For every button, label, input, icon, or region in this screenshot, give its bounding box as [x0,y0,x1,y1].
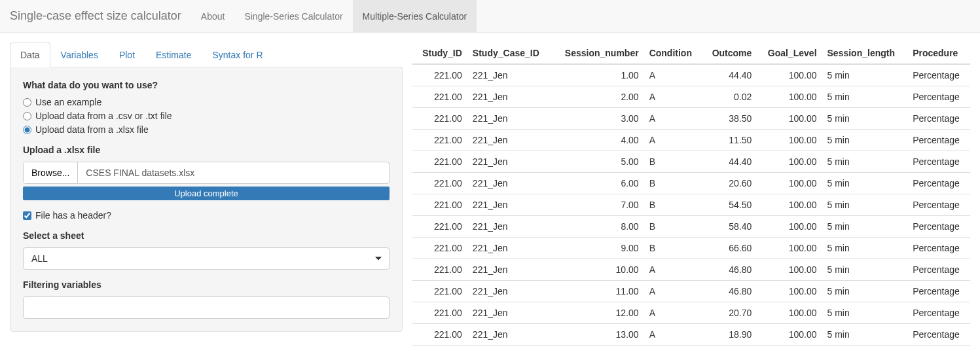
cell-session_number: 9.00 [552,238,644,259]
cell-study_case_id: 221_Jen [467,259,552,281]
left-panel: DataVariablesPlotEstimateSyntax for R Wh… [10,43,403,346]
radio-csv[interactable] [23,112,31,120]
cell-goal_level: 100.00 [757,173,822,194]
cell-session_length: 5 min [822,216,908,238]
cell-goal_level: 100.00 [757,86,822,108]
cell-session_number: 10.00 [552,259,644,281]
radio-label-csv[interactable]: Upload data from a .csv or .txt file [35,111,172,121]
cell-session_length: 5 min [822,194,908,216]
cell-session_number: 5.00 [552,151,644,173]
header-checkbox-label[interactable]: File has a header? [35,210,111,221]
filter-input[interactable] [23,296,390,319]
tab-variables[interactable]: Variables [50,43,109,67]
cell-outcome: 44.40 [702,151,757,173]
table-row: 221.00221_Jen1.00A44.40100.005 minPercen… [412,64,970,86]
tab-syntax-for-r[interactable]: Syntax for R [202,43,274,67]
sheet-select[interactable]: ALL [23,247,390,270]
header-checkbox[interactable] [23,211,31,220]
col-header-session_length[interactable]: Session_length [822,43,908,64]
filter-label: Filtering variables [23,279,390,290]
data-table: Study_IDStudy_Case_IDSession_numberCondi… [412,43,970,346]
table-row: 221.00221_Jen10.00A46.80100.005 minPerce… [412,259,970,281]
cell-session_length: 5 min [822,259,908,281]
cell-session_length: 5 min [822,151,908,173]
nav-item-single-series-calculator[interactable]: Single-Series Calculator [234,0,352,33]
radio-option-xlsx: Upload data from a .xlsx file [23,124,390,135]
table-row: 221.00221_Jen6.00B20.60100.005 minPercen… [412,173,970,194]
cell-study_id: 221.00 [412,238,467,259]
cell-procedure: Percentage [907,130,970,151]
cell-study_id: 221.00 [412,64,467,86]
col-header-procedure[interactable]: Procedure [907,43,970,64]
cell-goal_level: 100.00 [757,194,822,216]
cell-study_case_id: 221_Jen [467,281,552,302]
cell-goal_level: 100.00 [757,108,822,130]
cell-study_id: 221.00 [412,194,467,216]
cell-study_case_id: 221_Jen [467,302,552,324]
col-header-study_id[interactable]: Study_ID [412,43,467,64]
col-header-condition[interactable]: Condition [644,43,702,64]
cell-procedure: Percentage [907,64,970,86]
cell-outcome: 44.40 [702,64,757,86]
cell-study_id: 221.00 [412,216,467,238]
radio-label-xlsx[interactable]: Upload data from a .xlsx file [35,124,149,135]
cell-outcome: 66.60 [702,238,757,259]
cell-condition: B [644,151,702,173]
cell-study_case_id: 221_Jen [467,324,552,346]
radio-xlsx[interactable] [23,126,31,134]
cell-outcome: 46.80 [702,259,757,281]
cell-procedure: Percentage [907,173,970,194]
navbar: Single-case effect size calculator About… [0,0,980,33]
nav-item-about[interactable]: About [191,0,235,33]
cell-outcome: 18.90 [702,324,757,346]
cell-procedure: Percentage [907,86,970,108]
data-table-panel: Study_IDStudy_Case_IDSession_numberCondi… [412,43,970,346]
cell-study_id: 221.00 [412,281,467,302]
col-header-study_case_id[interactable]: Study_Case_ID [467,43,552,64]
radio-example[interactable] [23,98,31,107]
nav-item-multiple-series-calculator[interactable]: Multiple-Series Calculator [353,0,477,33]
cell-study_id: 221.00 [412,108,467,130]
main-container: DataVariablesPlotEstimateSyntax for R Wh… [0,33,980,355]
cell-goal_level: 100.00 [757,281,822,302]
cell-outcome: 0.02 [702,86,757,108]
data-question-label: What data do you want to use? [23,80,390,90]
tab-estimate[interactable]: Estimate [145,43,202,67]
cell-session_number: 7.00 [552,194,644,216]
cell-goal_level: 100.00 [757,130,822,151]
cell-procedure: Percentage [907,194,970,216]
cell-study_id: 221.00 [412,173,467,194]
cell-goal_level: 100.00 [757,64,822,86]
radio-label-example[interactable]: Use an example [35,97,101,107]
table-row: 221.00221_Jen2.00A0.02100.005 minPercent… [412,86,970,108]
cell-goal_level: 100.00 [757,324,822,346]
col-header-outcome[interactable]: Outcome [702,43,757,64]
cell-goal_level: 100.00 [757,151,822,173]
cell-procedure: Percentage [907,216,970,238]
cell-outcome: 46.80 [702,281,757,302]
cell-outcome: 54.50 [702,194,757,216]
browse-button[interactable]: Browse... [24,162,78,183]
cell-procedure: Percentage [907,151,970,173]
cell-session_length: 5 min [822,130,908,151]
tab-plot[interactable]: Plot [109,43,145,67]
tabset: DataVariablesPlotEstimateSyntax for R [10,43,403,67]
cell-session_length: 5 min [822,324,908,346]
col-header-session_number[interactable]: Session_number [552,43,644,64]
table-row: 221.00221_Jen4.00A11.50100.005 minPercen… [412,130,970,151]
cell-study_id: 221.00 [412,151,467,173]
col-header-goal_level[interactable]: Goal_Level [757,43,822,64]
cell-study_case_id: 221_Jen [467,130,552,151]
cell-session_number: 2.00 [552,86,644,108]
cell-goal_level: 100.00 [757,238,822,259]
cell-outcome: 38.50 [702,108,757,130]
sheet-select-wrapper: ALL [23,247,390,270]
cell-condition: B [644,238,702,259]
header-checkbox-group: File has a header? [23,210,390,221]
cell-session_length: 5 min [822,64,908,86]
cell-study_id: 221.00 [412,130,467,151]
table-row: 221.00221_Jen7.00B54.50100.005 minPercen… [412,194,970,216]
cell-condition: A [644,86,702,108]
tab-data[interactable]: Data [10,43,50,67]
cell-session_number: 6.00 [552,173,644,194]
